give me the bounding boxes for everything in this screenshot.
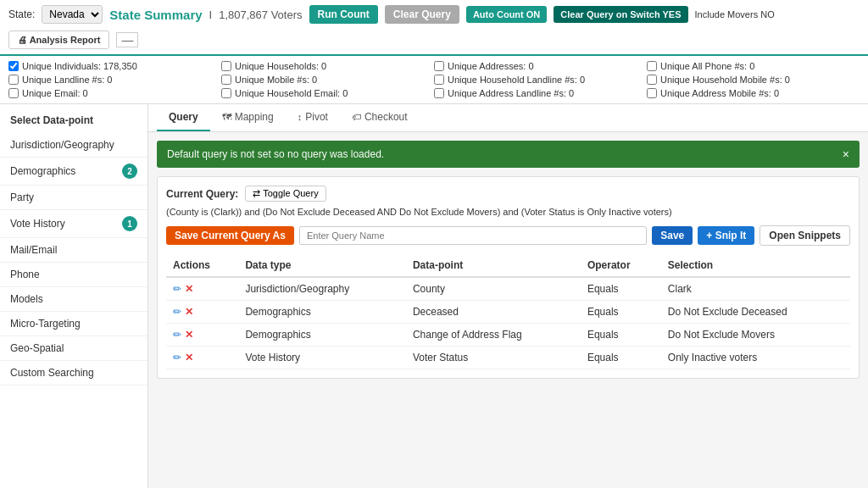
delete-icon[interactable]: ✕ [185,306,193,318]
state-label: State: [8,8,35,20]
action-cell: ✏ ✕ [166,301,238,324]
clear-query-button[interactable]: Clear Query [385,5,459,24]
snip-it-button[interactable]: + Snip It [698,226,754,245]
checkbox-unique-email[interactable]: Unique Email: 0 [8,88,221,98]
edit-icon[interactable]: ✏ [173,329,181,341]
vote-history-badge: 1 [122,216,137,231]
data-type-cell: Vote History [238,347,405,369]
data-point-cell: County [406,277,581,301]
action-icons: ✏ ✕ [173,306,231,318]
sidebar-item-mail-email[interactable]: Mail/Email [0,238,147,263]
col-header-selection: Selection [661,254,850,277]
analysis-report-button[interactable]: 🖨 Analysis Report [8,30,109,49]
checkboxes-row: Unique Individuals: 178,350 Unique Landl… [0,56,868,104]
selection-cell: Only Inactive voters [661,347,850,369]
checkbox-unique-hh-mobile[interactable]: Unique Household Mobile #s: 0 [647,75,860,85]
open-snippets-button[interactable]: Open Snippets [760,225,850,246]
checkbox-unique-individuals[interactable]: Unique Individuals: 178,350 [8,61,221,71]
col-header-data-type: Data type [238,254,405,277]
clear-switch-badge: Clear Query on Switch YES [554,6,687,23]
tab-mapping[interactable]: 🗺 Mapping [210,104,286,131]
operator-cell: Equals [581,347,661,369]
action-icons: ✏ ✕ [173,283,231,295]
main-layout: Select Data-point Jurisdiction/Geography… [0,104,868,488]
pivot-icon: ↕ [298,112,303,122]
run-count-button[interactable]: Run Count [309,5,378,24]
save-query-row: Save Current Query As Save + Snip It Ope… [166,225,850,246]
operator-cell: Equals [581,277,661,301]
checkbox-unique-hh-landline[interactable]: Unique Household Landline #s: 0 [434,75,647,85]
data-point-cell: Deceased [406,301,581,324]
separator: I [209,8,213,21]
include-movers-label: Include Movers NO [695,9,775,19]
alert-close-button[interactable]: × [843,147,849,161]
query-box: Current Query: ⇄ Toggle Query (County is… [157,176,860,379]
col-header-actions: Actions [166,254,238,277]
minimize-button[interactable]: — [116,32,138,47]
checkbox-unique-household-email[interactable]: Unique Household Email: 0 [221,88,434,98]
checkbox-col-4: Unique All Phone #s: 0 Unique Household … [647,61,860,98]
action-icons: ✏ ✕ [173,352,231,363]
current-query-row: Current Query: ⇄ Toggle Query [166,186,850,202]
sidebar-item-phone[interactable]: Phone [0,263,147,287]
checkbox-unique-addr-landline[interactable]: Unique Address Landline #s: 0 [434,88,647,98]
auto-count-badge: Auto Count ON [466,6,547,23]
checkbox-unique-households[interactable]: Unique Households: 0 [221,61,434,71]
sidebar-item-geo-spatial[interactable]: Geo-Spatial [0,336,147,361]
delete-icon[interactable]: ✕ [185,329,193,341]
sidebar-item-vote-history[interactable]: Vote History 1 [0,210,147,238]
action-cell: ✏ ✕ [166,347,238,369]
sidebar-item-models[interactable]: Models [0,287,147,312]
checkout-icon: 🏷 [352,112,361,122]
delete-icon[interactable]: ✕ [185,352,193,363]
sidebar: Select Data-point Jurisdiction/Geography… [0,104,148,488]
demographics-badge: 2 [122,164,137,179]
action-cell: ✏ ✕ [166,324,238,347]
table-row: ✏ ✕ Jurisdiction/Geography County Equals… [166,277,850,301]
action-icons: ✏ ✕ [173,329,231,341]
sidebar-item-party[interactable]: Party [0,186,147,210]
sidebar-title: Select Data-point [0,111,147,133]
query-text: (County is (Clark)) and (Do Not Exclude … [166,207,850,217]
action-cell: ✏ ✕ [166,277,238,301]
toggle-query-button[interactable]: ⇄ Toggle Query [245,186,326,202]
col-header-data-point: Data-point [406,254,581,277]
tab-query[interactable]: Query [157,104,210,131]
edit-icon[interactable]: ✏ [173,352,181,363]
tab-checkout[interactable]: 🏷 Checkout [340,104,420,131]
selection-cell: Do Not Exclude Movers [661,324,850,347]
alert-message: Default query is not set so no query was… [167,148,384,160]
checkbox-unique-landline[interactable]: Unique Landline #s: 0 [8,75,221,85]
col-header-operator: Operator [581,254,661,277]
checkbox-unique-mobile[interactable]: Unique Mobile #s: 0 [221,75,434,85]
edit-icon[interactable]: ✏ [173,306,181,318]
sidebar-item-demographics[interactable]: Demographics 2 [0,158,147,186]
checkbox-unique-addresses[interactable]: Unique Addresses: 0 [434,61,647,71]
sidebar-item-jurisdiction[interactable]: Jurisdiction/Geography [0,133,147,158]
top-bar: State: Nevada State Summary I 1,807,867 … [0,0,868,56]
state-summary-title: State Summary [109,8,202,22]
checkbox-col-1: Unique Individuals: 178,350 Unique Landl… [8,61,221,98]
tabs-bar: Query 🗺 Mapping ↕ Pivot 🏷 Checkout [148,104,868,132]
tab-pivot[interactable]: ↕ Pivot [286,104,340,131]
state-select[interactable]: Nevada [42,5,103,24]
selection-cell: Do Not Exclude Deceased [661,301,850,324]
edit-icon[interactable]: ✏ [173,283,181,295]
checkbox-unique-all-phone[interactable]: Unique All Phone #s: 0 [647,61,860,71]
data-type-cell: Jurisdiction/Geography [238,277,405,301]
selection-cell: Clark [661,277,850,301]
save-current-query-button[interactable]: Save Current Query As [166,226,294,245]
checkbox-unique-addr-mobile[interactable]: Unique Address Mobile #s: 0 [647,88,860,98]
query-table: Actions Data type Data-point Operator Se… [166,254,850,369]
query-name-input[interactable] [299,226,647,245]
alert-banner: Default query is not set so no query was… [157,141,860,168]
mapping-icon: 🗺 [222,112,231,122]
operator-cell: Equals [581,301,661,324]
sidebar-item-micro-targeting[interactable]: Micro-Targeting [0,312,147,336]
sidebar-item-custom-searching[interactable]: Custom Searching [0,361,147,385]
save-button[interactable]: Save [652,226,693,245]
delete-icon[interactable]: ✕ [185,283,193,295]
table-row: ✏ ✕ Demographics Deceased Equals Do Not … [166,301,850,324]
current-query-label: Current Query: [166,188,238,200]
voter-count: 1,807,867 Voters [219,8,302,21]
